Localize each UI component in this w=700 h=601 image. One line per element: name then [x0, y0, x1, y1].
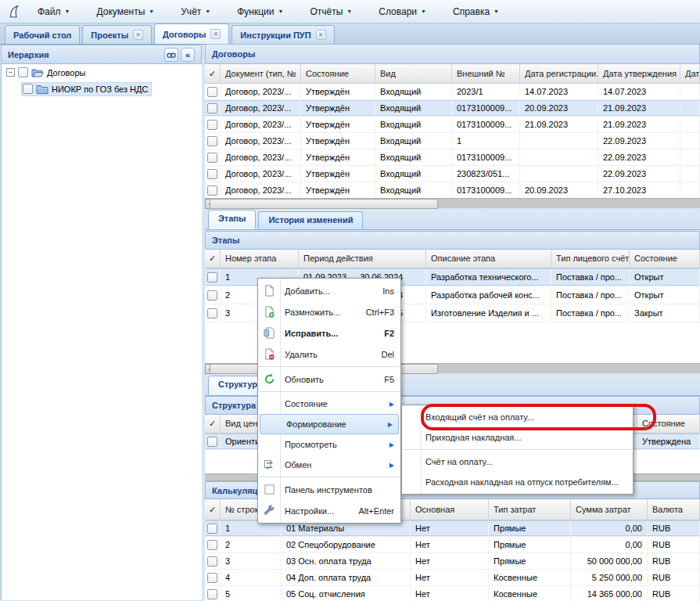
- node-checkbox[interactable]: [23, 84, 33, 94]
- menubar-item-documents[interactable]: Документы▼: [88, 3, 162, 20]
- close-icon[interactable]: ✕: [316, 30, 326, 40]
- column-header[interactable]: Период действия: [299, 250, 426, 268]
- row-checkbox[interactable]: [207, 540, 217, 550]
- menu-item[interactable]: Состояние▶: [258, 394, 400, 414]
- menu-item[interactable]: Обмен▶: [258, 455, 400, 475]
- select-all-column-header[interactable]: ✓: [205, 64, 221, 83]
- scrollbar-thumb[interactable]: [210, 199, 438, 209]
- row-checkbox[interactable]: [207, 308, 217, 318]
- menu-item[interactable]: УдалитьDel: [258, 344, 400, 365]
- menubar-item-file[interactable]: Файл▼: [30, 3, 77, 20]
- folder-icon: [36, 84, 48, 95]
- row-checkbox[interactable]: [207, 153, 217, 163]
- row-checkbox[interactable]: [207, 556, 217, 567]
- table-cell: 21.09.2023: [598, 100, 680, 117]
- menubar-item-accounting[interactable]: Учёт▼: [173, 3, 218, 20]
- menu-item[interactable]: Добавить...Ins: [258, 280, 400, 301]
- select-all-column-header[interactable]: ✓: [205, 415, 221, 433]
- node-checkbox[interactable]: [18, 67, 28, 77]
- select-all-column-header[interactable]: ✓: [205, 250, 221, 268]
- column-header[interactable]: Номер этапа: [221, 250, 299, 268]
- table-cell: Входящий: [375, 182, 452, 198]
- menubar-item-functions[interactable]: Функции▼: [229, 3, 291, 20]
- column-header[interactable]: Состояние: [630, 250, 700, 268]
- menu-item-shortcut: Alt+Enter: [358, 506, 394, 516]
- table-cell: [680, 100, 700, 117]
- close-icon[interactable]: ✕: [210, 29, 221, 39]
- row-checkbox[interactable]: [207, 573, 217, 583]
- row-checkbox[interactable]: [207, 185, 217, 196]
- column-header[interactable]: Сумма затрат: [571, 499, 648, 520]
- main-tab-projects[interactable]: Проекты✕: [82, 25, 152, 44]
- table-row[interactable]: Договор, 2023/...УтверждёнВходящий017310…: [205, 149, 700, 166]
- tree-node[interactable]: −Договоры: [2, 64, 202, 81]
- tree-node[interactable]: НИОКР по ГОЗ без НДС: [2, 81, 202, 97]
- column-header[interactable]: Описание этапа: [426, 250, 551, 268]
- table-cell: Договор, 2023/...: [221, 84, 301, 100]
- column-header[interactable]: Дата: [680, 64, 700, 83]
- column-header[interactable]: Внешний №: [452, 64, 520, 83]
- menu-item[interactable]: Панель инструментов: [258, 479, 400, 500]
- menu-item[interactable]: Формирование▶: [260, 414, 399, 434]
- row-checkbox[interactable]: [207, 169, 217, 179]
- contracts-hscrollbar[interactable]: ◄: [205, 198, 700, 208]
- table-row[interactable]: Договор, 2023/...УтверждёнВходящий017310…: [205, 100, 700, 117]
- row-checkbox[interactable]: [207, 136, 217, 146]
- search-icon[interactable]: [164, 48, 178, 62]
- table-row[interactable]: 303 Осн. оплата трудаНетПрямые50 000 000…: [205, 553, 700, 570]
- table-cell: Закрыт: [630, 304, 700, 322]
- column-header[interactable]: Состояние: [301, 64, 375, 83]
- select-all-column-header[interactable]: ✓: [205, 499, 221, 520]
- tab-stages[interactable]: Этапы: [208, 210, 256, 229]
- menu-item[interactable]: Размножить...Ctrl+F3: [258, 301, 400, 322]
- column-header[interactable]: Основная: [411, 499, 489, 520]
- row-checkbox[interactable]: [207, 437, 217, 447]
- main-tab-pup-instructions[interactable]: Инструкции ПУП✕: [232, 25, 334, 44]
- page-icon: [258, 285, 280, 297]
- table-row[interactable]: Договор, 2023/...УтверждёнВходящий017310…: [205, 117, 700, 133]
- tree-node-inner[interactable]: НИОКР по ГОЗ без НДС: [22, 83, 151, 95]
- menu-item[interactable]: Настройки...Alt+Enter: [258, 500, 400, 521]
- menubar-item-dictionaries[interactable]: Словари▼: [371, 3, 434, 20]
- table-cell: Поставка / про...: [551, 304, 630, 322]
- table-cell: Изготовление Изделия и ...: [426, 304, 551, 322]
- submenu-item[interactable]: Расходная накладная на отпуск потребител…: [402, 472, 633, 492]
- table-row[interactable]: Договор, 2023/...УтверждёнВходящий122.09…: [205, 133, 700, 149]
- row-checkbox[interactable]: [207, 120, 217, 130]
- column-header[interactable]: Валюта: [648, 499, 700, 520]
- row-checkbox[interactable]: [207, 87, 217, 97]
- table-row[interactable]: 404 Доп. оплата трудаНетКосвенные5 250 0…: [205, 570, 700, 586]
- column-header[interactable]: Вид: [375, 64, 452, 83]
- table-row[interactable]: Договор, 2023/...УтверждёнВходящий2023/1…: [205, 84, 700, 100]
- submenu-item[interactable]: Счёт на оплату...: [402, 452, 633, 472]
- close-icon[interactable]: ✕: [133, 30, 143, 40]
- collapse-sidebar-button[interactable]: «: [181, 48, 195, 62]
- column-header[interactable]: Дата утверждения: [598, 64, 680, 83]
- main-tab-contracts[interactable]: Договоры✕: [154, 23, 229, 44]
- table-row[interactable]: Договор, 2023/...УтверждёнВходящий017310…: [205, 182, 700, 198]
- column-header[interactable]: Документ (тип, №: [221, 64, 301, 83]
- column-header[interactable]: Состояние: [637, 415, 700, 433]
- row-checkbox[interactable]: [207, 589, 217, 599]
- column-header[interactable]: Тип лицевого счёт: [551, 250, 630, 268]
- main-tab-desktop[interactable]: Рабочий стол: [5, 25, 80, 44]
- row-checkbox[interactable]: [207, 290, 217, 300]
- submenu-item[interactable]: Входящий счёт на оплату...: [402, 407, 633, 427]
- submenu-item[interactable]: Приходная накладная...: [402, 427, 633, 448]
- table-row[interactable]: 505 Соц. отчисленияНетКосвенные14 365 00…: [205, 586, 700, 601]
- table-cell: 22.09.2023: [598, 133, 680, 149]
- menu-item[interactable]: Просмотреть▶: [258, 434, 400, 455]
- menu-item[interactable]: Исправить...F2: [258, 322, 400, 344]
- menubar-item-help[interactable]: Справка▼: [445, 3, 507, 20]
- table-row[interactable]: 202 СпецоборудованиеНетПрямые0,00RUB: [205, 537, 700, 553]
- row-checkbox[interactable]: [207, 272, 217, 283]
- row-checkbox[interactable]: [207, 524, 217, 534]
- row-checkbox[interactable]: [207, 103, 217, 113]
- expander-icon[interactable]: −: [6, 68, 15, 77]
- tab-change-history[interactable]: История изменений: [258, 211, 363, 229]
- menu-item[interactable]: ОбновитьF5: [258, 369, 400, 390]
- menubar-item-reports[interactable]: Отчёты▼: [302, 3, 360, 20]
- column-header[interactable]: Дата регистрации.: [520, 64, 598, 83]
- column-header[interactable]: Тип затрат: [489, 499, 571, 520]
- table-row[interactable]: Договор, 2023/...УтверждёнВходящий230823…: [205, 166, 700, 182]
